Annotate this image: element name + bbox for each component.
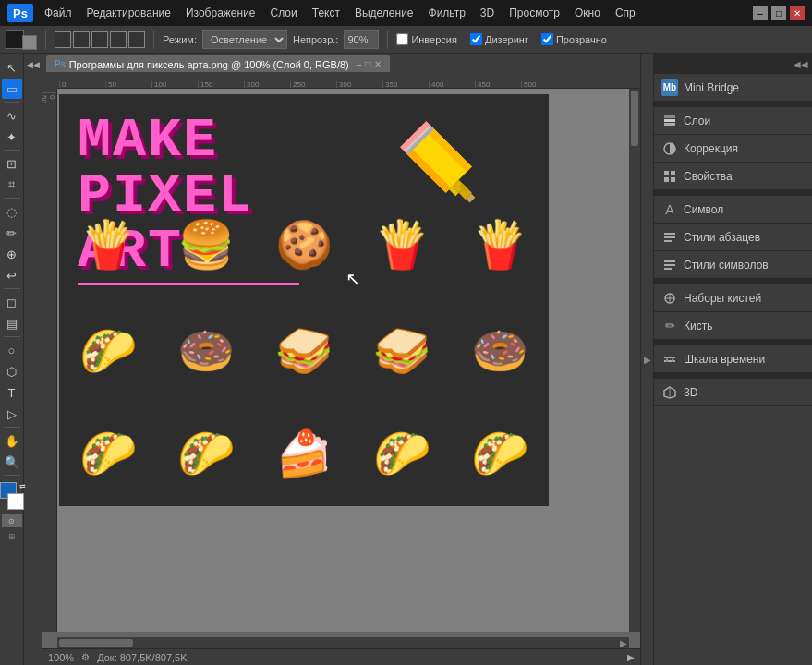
bg-color[interactable] xyxy=(7,493,24,510)
doc-tab-icons: – □ ✕ xyxy=(357,59,382,69)
dithering-checkbox[interactable]: Дизеринг xyxy=(470,33,528,45)
mode-btn-2[interactable] xyxy=(73,31,90,48)
menu-layers[interactable]: Слои xyxy=(265,5,303,21)
mode-btn-4[interactable] xyxy=(110,31,127,48)
tool-eraser[interactable]: ◻ xyxy=(2,292,22,312)
panel-item-properties[interactable]: Свойства xyxy=(654,163,812,190)
svg-rect-32 xyxy=(666,357,668,362)
tool-hand[interactable]: ✋ xyxy=(2,430,22,451)
tool-select-rect[interactable]: ▭ xyxy=(2,79,22,99)
panel-item-correction[interactable]: Коррекция xyxy=(654,135,812,163)
tab-minimize[interactable]: – xyxy=(357,59,362,69)
options-divider2 xyxy=(153,30,154,49)
panel-item-mini-bridge[interactable]: Mb Mini Bridge xyxy=(654,74,812,102)
mode-btn-5[interactable] xyxy=(128,31,145,48)
maximize-button[interactable]: □ xyxy=(771,6,786,20)
panel-item-char-styles[interactable]: Стили символов xyxy=(654,251,812,279)
options-divider xyxy=(45,30,46,49)
quick-mask[interactable]: ⊙ xyxy=(2,514,22,527)
menu-edit[interactable]: Редактирование xyxy=(81,5,176,21)
inversion-checkbox[interactable]: Инверсия xyxy=(396,33,457,45)
scrollbar-v-thumb[interactable] xyxy=(631,91,638,146)
canvas-content: MAKE PIXEL ART xyxy=(57,89,629,632)
menu-bar: Файл Редактирование Изображение Слои Тек… xyxy=(39,5,641,21)
blend-mode-select[interactable]: Осветление xyxy=(202,30,287,49)
menu-image[interactable]: Изображение xyxy=(180,5,261,21)
swap-colors-icon[interactable]: ⇄ xyxy=(19,482,26,490)
menu-help[interactable]: Спр xyxy=(610,5,641,21)
tool-type[interactable]: T xyxy=(2,382,22,403)
menu-select[interactable]: Выделение xyxy=(349,5,419,21)
scrollbar-horizontal[interactable]: ▶ xyxy=(57,637,629,648)
left-toolbar2: ◀◀ xyxy=(24,54,42,665)
correction-icon xyxy=(661,140,678,157)
tool-eyedropper[interactable]: ⌗ xyxy=(2,175,22,195)
panel-item-brush[interactable]: ✏ Кисть xyxy=(654,312,812,340)
scrollbar-vertical[interactable] xyxy=(629,89,640,632)
tool-pen[interactable]: ⬡ xyxy=(2,361,22,381)
tool-stamp[interactable]: ⊕ xyxy=(2,244,22,264)
svg-rect-24 xyxy=(664,260,675,262)
tool-dodge[interactable]: ○ xyxy=(2,340,22,360)
right-sidebar-arrow[interactable]: ▶ xyxy=(640,54,653,665)
menu-text[interactable]: Текст xyxy=(307,5,345,21)
tool-move[interactable]: ↖ xyxy=(2,57,22,78)
tool-path-select[interactable]: ▷ xyxy=(2,404,22,424)
tool-history-brush[interactable]: ↩ xyxy=(2,265,22,285)
mode-btn-3[interactable] xyxy=(91,31,108,48)
tab-maximize[interactable]: □ xyxy=(365,59,370,69)
tool-magic-wand[interactable]: ✦ xyxy=(2,127,22,147)
opacity-input[interactable] xyxy=(344,30,379,49)
svg-rect-22 xyxy=(664,236,675,238)
tool-zoom[interactable]: 🔍 xyxy=(2,452,22,472)
panel-item-timeline[interactable]: Шкала времени xyxy=(654,345,812,373)
menu-filter[interactable]: Фильтр xyxy=(423,5,471,21)
ruler-horizontal: 0 50 100 150 200 250 300 350 400 450 500 xyxy=(57,74,640,89)
tool-gradient[interactable]: ▤ xyxy=(2,313,22,333)
collapse-btn[interactable]: ◀◀ xyxy=(26,57,41,72)
status-nav-arrow[interactable]: ▶ xyxy=(627,652,635,662)
food-taco-4: 🌮 xyxy=(353,400,451,506)
brush-label: Кисть xyxy=(684,320,712,332)
scroll-nav-arrow[interactable]: ▶ xyxy=(620,638,627,648)
pixel-text-line1: MAKE xyxy=(78,113,392,168)
minimize-button[interactable]: – xyxy=(753,6,768,20)
tool-lasso[interactable]: ∿ xyxy=(2,105,22,126)
close-button[interactable]: ✕ xyxy=(790,6,805,20)
canvas-inner[interactable]: MAKE PIXEL ART xyxy=(59,94,549,506)
menu-window[interactable]: Окно xyxy=(569,5,606,21)
panel-item-para-styles[interactable]: Стили абзацев xyxy=(654,224,812,251)
properties-icon xyxy=(661,168,678,185)
correction-label: Коррекция xyxy=(684,142,738,155)
foreground-swatch[interactable] xyxy=(6,30,24,49)
transparent-checkbox[interactable]: Прозрачно xyxy=(541,33,607,45)
mode-btn-1[interactable] xyxy=(55,31,71,48)
transparent-check[interactable] xyxy=(541,33,553,45)
ps-logo: Ps xyxy=(7,4,33,22)
tool-crop[interactable]: ⊡ xyxy=(2,153,22,174)
ruler-vertical: 0 50 100 150 200 250 300 350 xyxy=(42,89,57,632)
menu-3d[interactable]: 3D xyxy=(475,5,500,21)
scrollbar-h-thumb[interactable] xyxy=(59,639,133,647)
tool-spot-heal[interactable]: ◌ xyxy=(2,201,22,222)
options-divider3 xyxy=(387,30,388,49)
dithering-check[interactable] xyxy=(470,33,482,45)
tool-brush[interactable]: ✏ xyxy=(2,223,22,243)
menu-view[interactable]: Просмотр xyxy=(503,5,565,21)
background-swatch[interactable] xyxy=(22,35,37,50)
doc-tab-active[interactable]: Ps Программы для пиксель арта.png @ 100%… xyxy=(46,55,390,72)
panel-collapse-btn[interactable]: ◀◀ xyxy=(794,59,808,69)
inversion-check[interactable] xyxy=(396,33,408,45)
ruler-tick-2: 100 xyxy=(151,81,198,89)
panel-item-brush-sets[interactable]: Наборы кистей xyxy=(654,284,812,312)
panel-item-layers[interactable]: Слои xyxy=(654,107,812,135)
svg-rect-26 xyxy=(664,268,672,270)
panel-item-3d[interactable]: 3D xyxy=(654,379,812,406)
food-taco-3: 🌮 xyxy=(157,400,255,506)
tab-close[interactable]: ✕ xyxy=(374,59,382,69)
menu-file[interactable]: Файл xyxy=(39,5,78,21)
panel-item-symbol[interactable]: A Символ xyxy=(654,196,812,224)
screen-mode[interactable]: ⊞ xyxy=(2,530,22,543)
tool-separator5 xyxy=(4,336,20,337)
brush-sets-icon xyxy=(661,290,678,307)
